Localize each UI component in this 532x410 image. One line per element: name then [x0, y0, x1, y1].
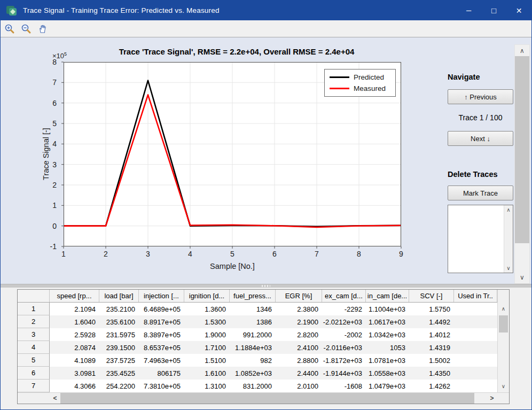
- table-cell[interactable]: 991.2000: [230, 328, 276, 341]
- table-cell[interactable]: 3.0981: [50, 367, 99, 380]
- table-cell[interactable]: 1.0342e+03: [366, 328, 409, 341]
- listbox-scroll-down-icon[interactable]: ∨: [504, 265, 513, 271]
- table-cell[interactable]: 1.9000: [184, 328, 230, 341]
- table-cell[interactable]: 4.3066: [50, 380, 99, 392]
- table-cell[interactable]: -2.0116e+03: [322, 341, 366, 354]
- table-cell[interactable]: 1346: [230, 303, 276, 315]
- table-cell[interactable]: 235.2100: [99, 303, 139, 315]
- table-cell[interactable]: 254.2200: [99, 380, 139, 392]
- table-cell[interactable]: 806175: [139, 367, 184, 380]
- table-cell[interactable]: 2.8200: [276, 328, 322, 341]
- table-cell[interactable]: 2.4400: [276, 367, 322, 380]
- table-cell[interactable]: 2.1094: [50, 303, 99, 315]
- table-cell[interactable]: 1.4012: [409, 328, 454, 341]
- panel-scroll-down-icon[interactable]: ∨: [515, 274, 529, 281]
- table-hscrollbar-track[interactable]: [474, 393, 487, 404]
- table-cell[interactable]: [454, 380, 497, 392]
- table-cell[interactable]: 1.5750: [409, 303, 454, 315]
- table-cell[interactable]: -1.8172e+03: [322, 354, 366, 367]
- table-cell[interactable]: 2.3800: [276, 303, 322, 315]
- pan-button[interactable]: [36, 22, 49, 35]
- table-hscrollbar-thumb[interactable]: [60, 393, 474, 404]
- table-cell[interactable]: -1.9144e+03: [322, 367, 366, 380]
- table-cell[interactable]: 1386: [230, 315, 276, 328]
- table-cell[interactable]: 831.2000: [230, 380, 276, 392]
- table-cell[interactable]: 1.4492: [409, 315, 454, 328]
- zoom-out-button[interactable]: [20, 22, 33, 35]
- table-scrollbar-thumb[interactable]: [499, 315, 508, 332]
- table-cell[interactable]: 1.1004e+03: [366, 303, 409, 315]
- table-cell[interactable]: [454, 367, 497, 380]
- previous-button[interactable]: ↑ Previous: [448, 89, 513, 104]
- table-cell[interactable]: 1.0558e+03: [366, 367, 409, 380]
- table-cell[interactable]: 1.4350: [409, 367, 454, 380]
- table-cell[interactable]: 1.6040: [50, 315, 99, 328]
- table-cell[interactable]: 1.5300: [184, 315, 230, 328]
- table-scroll-right-icon[interactable]: >: [487, 393, 497, 404]
- table-cell[interactable]: 982: [230, 354, 276, 367]
- table-cell[interactable]: 4.1089: [50, 354, 99, 367]
- listbox-scroll-up-icon[interactable]: ∧: [504, 207, 513, 213]
- table-cell[interactable]: 1.4319: [409, 341, 454, 354]
- table-cell[interactable]: 8.8917e+05: [139, 315, 184, 328]
- table-cell[interactable]: 6.4689e+05: [139, 303, 184, 315]
- table-cell[interactable]: 7.4963e+05: [139, 354, 184, 367]
- table-cell[interactable]: 1.5100: [184, 354, 230, 367]
- table-cell[interactable]: 235.6100: [99, 315, 139, 328]
- table-cell[interactable]: 8.6537e+05: [139, 341, 184, 354]
- table-cell[interactable]: 1.3100: [184, 380, 230, 392]
- table-cell[interactable]: -1608: [322, 380, 366, 392]
- row-number-cell[interactable]: 5: [18, 354, 50, 367]
- table-cell[interactable]: 2.4100: [276, 341, 322, 354]
- row-number-cell[interactable]: 3: [18, 328, 50, 341]
- table-cell[interactable]: [454, 315, 497, 328]
- table-cell[interactable]: 2.0874: [50, 341, 99, 354]
- table-cell[interactable]: -2002: [322, 328, 366, 341]
- row-number-cell[interactable]: 6: [18, 367, 50, 380]
- table-vertical-scrollbar[interactable]: ∧ ∨: [497, 290, 509, 392]
- table-cell[interactable]: 2.8800: [276, 354, 322, 367]
- table-cell[interactable]: 231.5975: [99, 328, 139, 341]
- table-cell[interactable]: -2292: [322, 303, 366, 315]
- row-number-cell[interactable]: 2: [18, 315, 50, 328]
- table-cell[interactable]: 237.5725: [99, 354, 139, 367]
- panel-splitter[interactable]: [1, 284, 531, 288]
- marked-traces-listbox[interactable]: ∧ ∨: [448, 205, 513, 273]
- mark-trace-button[interactable]: Mark Trace: [448, 185, 513, 200]
- table-scroll-left-icon[interactable]: <: [50, 393, 60, 404]
- table-cell[interactable]: [454, 328, 497, 341]
- table-scroll-down-icon[interactable]: ∨: [498, 383, 509, 389]
- panel-scroll-up-icon[interactable]: ∧: [515, 47, 529, 55]
- table-cell[interactable]: 2.0100: [276, 380, 322, 392]
- row-number-cell[interactable]: 1: [18, 303, 50, 315]
- table-cell[interactable]: 2.5928: [50, 328, 99, 341]
- panel-vertical-scrollbar[interactable]: ∧ ∨: [514, 44, 530, 284]
- legend[interactable]: PredictedMeasured: [324, 69, 396, 97]
- table-cell[interactable]: 235.4525: [99, 367, 139, 380]
- table-cell[interactable]: 1.4262: [409, 380, 454, 392]
- table-cell[interactable]: 1053: [366, 341, 409, 354]
- table-cell[interactable]: 1.0479e+03: [366, 380, 409, 392]
- table-cell[interactable]: 1.0781e+03: [366, 354, 409, 367]
- table-cell[interactable]: 239.1500: [99, 341, 139, 354]
- table-cell[interactable]: 1.7100: [184, 341, 230, 354]
- table-cell[interactable]: 1.3600: [184, 303, 230, 315]
- table-cell[interactable]: [454, 303, 497, 315]
- table-cell[interactable]: 1.5002: [409, 354, 454, 367]
- table-cell[interactable]: 1.0617e+03: [366, 315, 409, 328]
- next-button[interactable]: Next ↓: [448, 131, 513, 146]
- listbox-scrollbar[interactable]: ∧ ∨: [504, 205, 513, 273]
- table-horizontal-scrollbar[interactable]: < >: [18, 392, 509, 404]
- table-cell[interactable]: 1.6100: [184, 367, 230, 380]
- table-cell[interactable]: [454, 341, 497, 354]
- row-number-cell[interactable]: 7: [18, 380, 50, 392]
- row-number-cell[interactable]: 4: [18, 341, 50, 354]
- table-cell[interactable]: -2.0212e+03: [322, 315, 366, 328]
- table-cell[interactable]: 1.1884e+03: [230, 341, 276, 354]
- close-button[interactable]: ✕: [506, 1, 531, 20]
- zoom-in-button[interactable]: [3, 22, 16, 35]
- table-cell[interactable]: [454, 354, 497, 367]
- maximize-button[interactable]: □: [481, 1, 506, 20]
- table-cell[interactable]: 1.0852e+03: [230, 367, 276, 380]
- panel-scrollbar-thumb[interactable]: [515, 56, 529, 243]
